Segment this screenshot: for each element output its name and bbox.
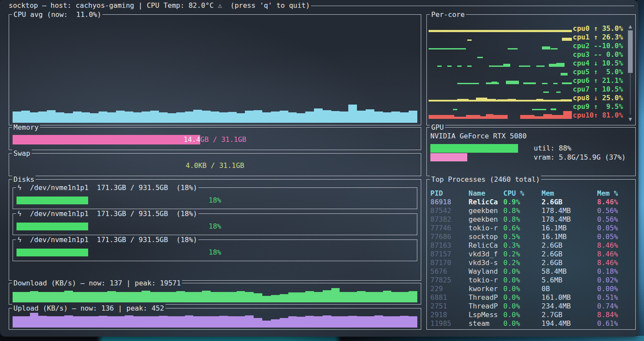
histogram-bar [30, 313, 39, 328]
process-row[interactable]: 86918RelicCa0.9%2.6GB8.46% [430, 198, 632, 207]
disk-pct-label: 18% [13, 223, 417, 230]
histogram-bar [219, 316, 228, 328]
process-row[interactable]: 2918LspMess0.0%2.7GB8.84% [430, 311, 632, 319]
disk-label: /dev/nvme1n1p1 171.3GB / 931.5GB (18%) [22, 184, 198, 192]
histogram-bar [254, 318, 262, 328]
process-row[interactable]: 77746tokio-r0.6%16.1MB0.05% [430, 224, 632, 233]
process-row[interactable]: 5676Wayland0.0%58.4MB0.18% [430, 267, 632, 276]
histogram-bar [237, 113, 245, 123]
sparkline-segment [561, 73, 568, 75]
core-label: cpu8 ↓ 25.0% [573, 94, 623, 102]
process-cell: 16.1MB [542, 233, 567, 241]
histogram-bar [383, 316, 392, 328]
process-cell: vkd3d_f [469, 250, 498, 259]
core-trend-icon: -- [594, 50, 602, 59]
core-trend-icon: ↑ [594, 76, 602, 85]
histogram-bar [185, 315, 194, 328]
scroll-up-icon[interactable]: ▲ [627, 23, 633, 30]
sparkline-segment [543, 114, 552, 119]
process-row[interactable]: 77686socktop0.5%16.1MB0.05% [430, 233, 632, 241]
histogram-bar [211, 316, 219, 328]
sparkline-segment [437, 66, 442, 67]
process-cell: 0.3% [503, 241, 520, 250]
process-cell: 0.74% [597, 302, 618, 311]
sparkline-segment [556, 92, 561, 93]
histogram-bar [280, 318, 288, 328]
upload-title: Upload (KB/s) — now: 136 | peak: 452 [12, 304, 165, 313]
histogram-bar [99, 111, 107, 123]
process-cell: LspMess [469, 311, 498, 319]
histogram-bar [133, 292, 142, 302]
process-row[interactable]: 2751ThreadP0.0%234.4MB0.74% [430, 302, 632, 311]
download-panel: Download (KB/s) — now: 137 | peak: 19571 [9, 283, 421, 305]
histogram-bar [202, 111, 211, 123]
process-row[interactable]: 229kworker0.0%0B0.00% [430, 285, 632, 293]
histogram-bar [13, 111, 21, 123]
core-label: cpu3 -- 0.0% [573, 50, 623, 59]
core-value: 81.0% [602, 111, 623, 119]
core-row: cpu2 --10.0% [429, 42, 628, 50]
histogram-bar [176, 112, 185, 123]
histogram-bar [228, 292, 237, 302]
core-label: cpu9 ↑ 9.5% [573, 102, 623, 111]
process-cell: 0.6% [503, 224, 520, 233]
sparkline-segment [429, 48, 466, 49]
histogram-bar [13, 316, 21, 328]
histogram-bar [340, 111, 348, 123]
histogram-bar [383, 291, 392, 302]
process-cell: 0.05% [597, 233, 618, 241]
process-cell: 0.61% [597, 319, 618, 328]
histogram-bar [409, 291, 417, 302]
per-core-scrollbar[interactable]: ▲ ▼ [627, 24, 633, 121]
process-cell: 58.4MB [542, 267, 567, 276]
process-cell: 86918 [430, 198, 451, 207]
disk-icon: ϟ [17, 236, 22, 244]
process-row[interactable]: 87382geekben0.8%178.4MB0.56% [430, 215, 632, 224]
process-row[interactable]: 87170vkd3d-s0.2%2.6GB8.46% [430, 259, 632, 267]
sparkline-segment [508, 48, 518, 49]
process-row[interactable]: 87542geekben0.8%178.4MB0.56% [430, 207, 632, 215]
title-text: socktop — host: cachyos-gaming | CPU Tem… [9, 1, 218, 10]
process-cell: 0.0% [503, 267, 520, 276]
histogram-bar [90, 316, 99, 328]
process-cell: 87382 [430, 215, 451, 224]
histogram-bar [56, 292, 64, 302]
disk-subpanel-title: ϟ /dev/nvme1n1p1 171.3GB / 931.5GB (18%) [16, 210, 198, 218]
process-row[interactable]: 77825tokio-r0.0%5.6MB0.02% [430, 276, 632, 285]
histogram-bar [168, 316, 176, 328]
histogram-bar [228, 316, 237, 328]
histogram-bar [125, 111, 133, 123]
disk-pct-label: 18% [13, 197, 417, 204]
core-row: cpu6 ↑ 21.1% [429, 76, 628, 85]
process-row[interactable]: 87157vkd3d_f0.2%2.6GB8.46% [430, 250, 632, 259]
core-name: cpu9 [573, 102, 594, 111]
process-row[interactable]: 87163RelicCa0.3%2.6GB8.46% [430, 241, 632, 250]
title-bar: socktop — host: cachyos-gaming | CPU Tem… [9, 1, 634, 10]
sparkline-segment [551, 108, 556, 110]
core-value: 25.0% [602, 94, 623, 102]
core-trend-icon: ↓ [594, 94, 602, 102]
sparkline-segment [457, 99, 469, 102]
core-sparkline [429, 76, 572, 85]
swap-label: 4.0KB / 31.1GB [13, 161, 417, 170]
disk-subpanel: ϟ /dev/nvme1n1p1 171.3GB / 931.5GB (18%)… [13, 239, 417, 261]
warning-icon: ⚠ [218, 1, 222, 10]
process-cell: 0.0% [503, 311, 520, 319]
histogram-bar [340, 292, 348, 302]
process-cell: tokio-r [469, 276, 498, 285]
scroll-down-icon[interactable]: ▼ [627, 116, 633, 122]
process-cell: 0.9% [503, 198, 520, 207]
scrollbar-thumb[interactable] [628, 30, 633, 73]
histogram-bar [314, 108, 323, 123]
disk-pct-label: 18% [13, 249, 417, 256]
histogram-bar [133, 112, 142, 123]
histogram-bar [90, 292, 99, 302]
process-cell: 16.1MB [542, 224, 567, 233]
process-row[interactable]: 6881ThreadP0.0%161.0MB0.51% [430, 293, 632, 302]
process-cell: 0.02% [597, 276, 618, 285]
core-sparkline [429, 42, 572, 50]
core-row: cpu8 ↓ 25.0% [429, 94, 628, 102]
process-row[interactable]: 11985steam0.0%194.4MB0.61% [430, 319, 632, 328]
memory-label: 14.4GB / 31.1GB [13, 135, 417, 144]
core-sparkline [429, 102, 572, 111]
